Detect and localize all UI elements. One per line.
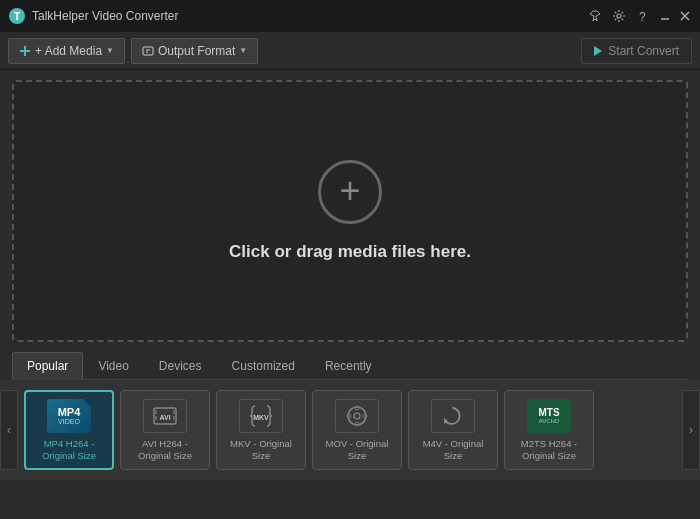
minimize-button[interactable]: [658, 9, 672, 23]
svg-point-2: [617, 14, 621, 18]
dropzone[interactable]: + Click or drag media files here.: [12, 80, 688, 342]
play-icon: [594, 46, 602, 56]
app-title: TalkHelper Video Converter: [32, 9, 586, 23]
format-tabs: Popular Video Devices Customized Recentl…: [12, 352, 688, 380]
mov-icon: [335, 398, 379, 434]
svg-rect-9: [143, 47, 153, 55]
tab-devices[interactable]: Devices: [144, 352, 217, 380]
format-card-avih264[interactable]: AVI AVI H264 - Original Size: [120, 390, 210, 470]
format-card-mp4h264-label: MP4 H264 - Original Size: [30, 438, 108, 463]
scroll-right-arrow[interactable]: ›: [682, 390, 700, 470]
svg-text:T: T: [14, 11, 20, 22]
output-format-arrow-icon: ▼: [239, 46, 247, 55]
add-media-arrow-icon: ▼: [106, 46, 114, 55]
tab-popular[interactable]: Popular: [12, 352, 83, 380]
app-logo-icon: T: [8, 7, 26, 25]
titlebar-controls: ?: [586, 7, 692, 25]
format-cards-list: MP4 VIDEO MP4 H264 - Original Size: [18, 390, 682, 470]
svg-rect-13: [173, 410, 176, 414]
tab-video[interactable]: Video: [83, 352, 143, 380]
output-format-button[interactable]: Output Format ▼: [131, 38, 258, 64]
dropzone-text: Click or drag media files here.: [229, 242, 471, 262]
svg-point-18: [354, 413, 360, 419]
format-card-m2ts-label: M2TS H264 - Original Size: [509, 438, 589, 463]
format-card-m4v-label: M4V - Original Size: [413, 438, 493, 463]
format-card-mp4h264[interactable]: MP4 VIDEO MP4 H264 - Original Size: [24, 390, 114, 470]
add-media-button[interactable]: + Add Media ▼: [8, 38, 125, 64]
format-card-avih264-label: AVI H264 - Original Size: [125, 438, 205, 463]
svg-rect-12: [154, 416, 157, 420]
scroll-left-arrow[interactable]: ‹: [0, 390, 18, 470]
avi-icon: AVI: [143, 398, 187, 434]
help-icon[interactable]: ?: [634, 7, 652, 25]
close-button[interactable]: [678, 9, 692, 23]
format-card-mkv-label: MKV - Original Size: [221, 438, 301, 463]
add-media-icon: [19, 45, 31, 57]
format-card-m4v[interactable]: M4V - Original Size: [408, 390, 498, 470]
format-card-mov-label: MOV - Original Size: [317, 438, 397, 463]
svg-text:AVI: AVI: [159, 414, 170, 421]
svg-rect-14: [173, 416, 176, 420]
pin-icon[interactable]: [586, 7, 604, 25]
format-area: Popular Video Devices Customized Recentl…: [0, 352, 700, 380]
mkv-icon: MKV: [239, 398, 283, 434]
add-circle-icon: +: [318, 160, 382, 224]
format-row: ‹ MP4 VIDEO MP4 H264 - Original Size: [0, 380, 700, 480]
svg-text:MKV: MKV: [253, 414, 269, 421]
format-card-mkv[interactable]: MKV MKV - Original Size: [216, 390, 306, 470]
svg-rect-11: [154, 410, 157, 414]
format-card-m2ts[interactable]: MTS AVCHD M2TS H264 - Original Size: [504, 390, 594, 470]
titlebar: T TalkHelper Video Converter ?: [0, 0, 700, 32]
mp4-icon: MP4 VIDEO: [47, 398, 91, 434]
settings-icon[interactable]: [610, 7, 628, 25]
mts-icon: MTS AVCHD: [527, 398, 571, 434]
svg-text:?: ?: [639, 10, 646, 23]
m4v-icon: [431, 398, 475, 434]
output-format-icon: [142, 45, 154, 57]
tab-customized[interactable]: Customized: [217, 352, 310, 380]
tab-recently[interactable]: Recently: [310, 352, 387, 380]
toolbar: + Add Media ▼ Output Format ▼ Start Conv…: [0, 32, 700, 70]
format-card-mov[interactable]: MOV - Original Size: [312, 390, 402, 470]
start-convert-button[interactable]: Start Convert: [581, 38, 692, 64]
